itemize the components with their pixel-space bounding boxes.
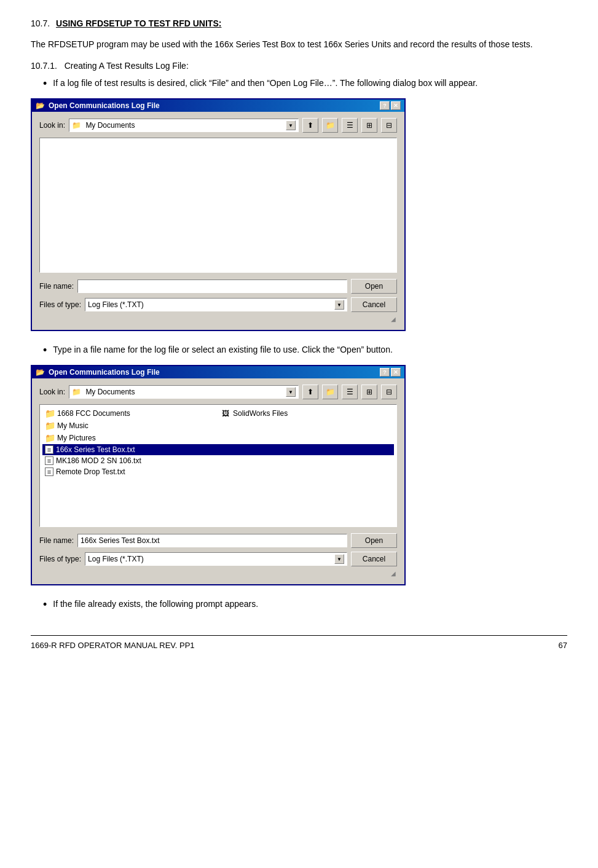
dialog1-close-btn[interactable]: ✕ xyxy=(391,101,401,110)
dialog1-filetype-value: Log Files (*.TXT) xyxy=(88,300,334,309)
file-item-1668fcc[interactable]: 📁 1668 FCC Documents xyxy=(42,407,218,420)
dialog2-titlebar: 📂 Open Communications Log File ? ✕ xyxy=(32,366,404,378)
view-details-btn[interactable]: ⊞ xyxy=(361,118,377,133)
dialog2-cancel-btn[interactable]: Cancel xyxy=(351,552,397,566)
dialog1-filename-row: File name: Open xyxy=(39,279,397,294)
dialog2-filetype-label: Files of type: xyxy=(39,555,81,563)
folder-icon-mymusic: 📁 xyxy=(45,421,55,431)
bullet-dot-3: • xyxy=(43,599,47,610)
dialog2-filetype-arrow[interactable]: ▼ xyxy=(334,554,344,564)
dialog1-lookin-value: 📁 My Documents xyxy=(72,121,286,130)
dialog2-filetype-select[interactable]: Log Files (*.TXT) ▼ xyxy=(85,552,347,566)
dialog2-title-text: Open Communications Log File xyxy=(49,368,160,377)
bullet-item-1: • If a log file of test results is desir… xyxy=(43,77,567,90)
dialog2-view-thumbnails-btn[interactable]: ⊟ xyxy=(381,385,397,399)
create-folder-btn[interactable]: 📁 xyxy=(322,118,338,133)
dialog2-open-btn[interactable]: Open xyxy=(351,533,397,548)
up-folder-btn[interactable]: ⬆ xyxy=(302,118,318,133)
dialog1-filename-label: File name: xyxy=(39,282,74,291)
dialog1-title-text: Open Communications Log File xyxy=(49,101,160,110)
dialog1-cancel-btn[interactable]: Cancel xyxy=(351,297,397,312)
footer-manual: 1669-R RFD OPERATOR MANUAL REV. PP1 xyxy=(31,641,195,650)
dialog1-titlebar-buttons: ? ✕ xyxy=(380,101,401,110)
file-item-mk186[interactable]: ≡ MK186 MOD 2 SN 106.txt xyxy=(42,455,394,466)
dialog2-file-area: 📁 1668 FCC Documents 🖼 SolidWorks Files … xyxy=(39,404,397,527)
dialog2-filename-row: File name: Open xyxy=(39,533,397,548)
dialog1-title-left: 📂 Open Communications Log File xyxy=(36,101,160,110)
dialog1-resize-grip: ◢ xyxy=(39,316,397,323)
dialog1-filetype-select[interactable]: Log Files (*.TXT) ▼ xyxy=(85,298,347,311)
dialog1-titlebar-icon: 📂 xyxy=(36,101,45,110)
file-item-mymusic[interactable]: 📁 My Music xyxy=(42,420,394,432)
folder-icon-solidworks: 🖼 xyxy=(221,409,230,418)
dialog2: 📂 Open Communications Log File ? ✕ Look … xyxy=(31,365,406,585)
dialog2-resize-grip: ◢ xyxy=(39,570,397,577)
section-number: 10.7. xyxy=(31,18,50,28)
dialog1-filename-input[interactable] xyxy=(77,280,347,293)
dialog2-up-folder-btn[interactable]: ⬆ xyxy=(302,385,318,399)
dialog2-filetype-row: Files of type: Log Files (*.TXT) ▼ Cance… xyxy=(39,552,397,566)
dialog1-titlebar: 📂 Open Communications Log File ? ✕ xyxy=(32,100,404,112)
dialog2-titlebar-icon: 📂 xyxy=(36,368,45,377)
bullet-text-3: If the file already exists, the followin… xyxy=(53,598,567,611)
dialog2-lookin-combo[interactable]: 📁 My Documents ▼ xyxy=(69,385,299,399)
dialog1-open-btn[interactable]: Open xyxy=(351,279,397,294)
dialog2-body: Look in: 📁 My Documents ▼ ⬆ 📁 ☰ ⊞ ⊟ xyxy=(32,378,404,584)
file-name-166x: 166x Series Test Box.txt xyxy=(56,445,135,454)
dialog1: 📂 Open Communications Log File ? ✕ Look … xyxy=(31,98,406,331)
bullet-dot-2: • xyxy=(43,345,47,356)
dialog2-wrapper: 📂 Open Communications Log File ? ✕ Look … xyxy=(31,365,567,585)
page-footer: 1669-R RFD OPERATOR MANUAL REV. PP1 67 xyxy=(31,635,567,650)
dialog2-lookin-value: 📁 My Documents xyxy=(72,388,286,396)
dialog2-filename-input[interactable] xyxy=(77,534,347,547)
filetype-arrow[interactable]: ▼ xyxy=(334,300,344,310)
view-thumbnails-btn[interactable]: ⊟ xyxy=(381,118,397,133)
dialog1-filetype-label: Files of type: xyxy=(39,300,81,309)
dialog1-lookin-row: Look in: 📁 My Documents ▼ ⬆ 📁 ☰ ⊞ ⊟ xyxy=(39,118,397,133)
dialog1-lookin-combo[interactable]: 📁 My Documents ▼ xyxy=(69,119,299,132)
bullet-text-1: If a log file of test results is desired… xyxy=(53,77,567,90)
file-name-solidworks: SolidWorks Files xyxy=(233,409,288,418)
file-name-mk186: MK186 MOD 2 SN 106.txt xyxy=(56,456,141,465)
intro-paragraph: The RFDSETUP program may be used with th… xyxy=(31,38,567,51)
folder-icon-1668fcc: 📁 xyxy=(45,409,55,418)
txt-icon-mk186: ≡ xyxy=(45,456,53,465)
bullet-text-2: Type in a file name for the log file or … xyxy=(53,343,567,356)
file-item-remotedrop[interactable]: ≡ Remote Drop Test.txt xyxy=(42,466,394,477)
file-grid-row1: 📁 1668 FCC Documents 🖼 SolidWorks Files xyxy=(42,407,394,420)
dialog2-lookin-row: Look in: 📁 My Documents ▼ ⬆ 📁 ☰ ⊞ ⊟ xyxy=(39,385,397,399)
txt-icon-remotedrop: ≡ xyxy=(45,467,53,476)
dialog2-close-btn[interactable]: ✕ xyxy=(391,368,401,377)
dialog2-filetype-value: Log Files (*.TXT) xyxy=(88,555,334,563)
dialog2-title-left: 📂 Open Communications Log File xyxy=(36,368,160,377)
dialog1-filetype-row: Files of type: Log Files (*.TXT) ▼ Cance… xyxy=(39,297,397,312)
file-item-solidworks[interactable]: 🖼 SolidWorks Files xyxy=(218,407,394,420)
bullet-item-2: • Type in a file name for the log file o… xyxy=(43,343,567,356)
dialog2-help-btn[interactable]: ? xyxy=(380,368,390,377)
subsection-title: Creating A Test Results Log File: xyxy=(65,61,189,71)
lookin-combo-arrow[interactable]: ▼ xyxy=(286,120,296,130)
dialog2-view-list-btn[interactable]: ☰ xyxy=(342,385,358,399)
dialog1-body: Look in: 📁 My Documents ▼ ⬆ 📁 ☰ ⊞ ⊟ File xyxy=(32,112,404,330)
file-name-mymusic: My Music xyxy=(57,421,89,430)
txt-icon-166x: ≡ xyxy=(45,445,53,454)
bullet-dot-1: • xyxy=(43,78,47,89)
dialog2-lookin-label: Look in: xyxy=(39,388,65,396)
dialog2-create-folder-btn[interactable]: 📁 xyxy=(322,385,338,399)
dialog1-lookin-label: Look in: xyxy=(39,121,65,130)
dialog1-help-btn[interactable]: ? xyxy=(380,101,390,110)
dialog2-view-details-btn[interactable]: ⊞ xyxy=(361,385,377,399)
file-name-mypictures: My Pictures xyxy=(57,434,96,442)
file-name-remotedrop: Remote Drop Test.txt xyxy=(56,467,125,476)
view-list-btn[interactable]: ☰ xyxy=(342,118,358,133)
subsection-heading: 10.7.1. Creating A Test Results Log File… xyxy=(31,61,567,71)
subsection-number: 10.7.1. xyxy=(31,61,57,71)
dialog2-lookin-arrow[interactable]: ▼ xyxy=(286,387,296,397)
file-item-166x-testbox[interactable]: ≡ 166x Series Test Box.txt xyxy=(42,444,394,455)
footer-page: 67 xyxy=(559,641,567,650)
section-heading: 10.7. USING RFDSETUP TO TEST RFD UNITS: xyxy=(31,18,567,28)
section-title: USING RFDSETUP TO TEST RFD UNITS: xyxy=(56,18,221,28)
dialog2-filename-label: File name: xyxy=(39,536,74,545)
folder-icon-mypictures: 📁 xyxy=(45,433,55,443)
file-item-mypictures[interactable]: 📁 My Pictures xyxy=(42,432,394,444)
